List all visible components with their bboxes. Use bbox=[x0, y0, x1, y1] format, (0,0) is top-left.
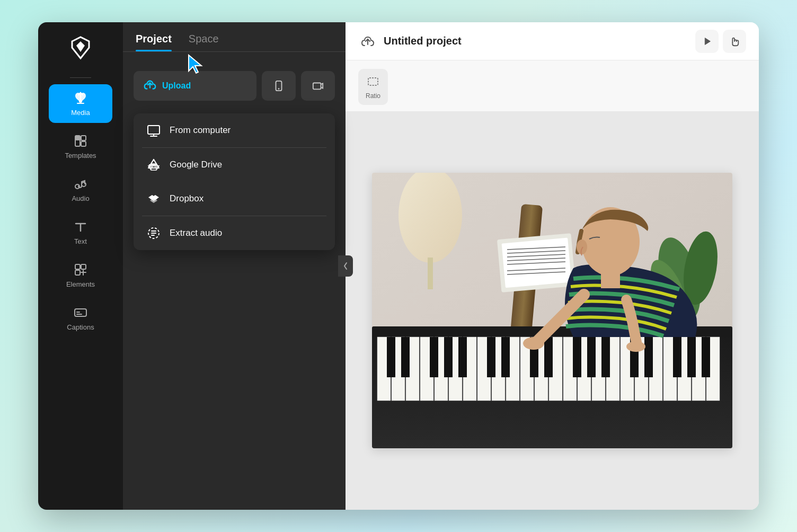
svg-rect-66 bbox=[501, 337, 510, 377]
svg-rect-14 bbox=[148, 126, 160, 134]
svg-point-12 bbox=[278, 88, 280, 90]
svg-rect-20 bbox=[428, 258, 433, 289]
svg-point-77 bbox=[523, 337, 544, 350]
app-container: Media Templates Audio bbox=[38, 22, 759, 510]
camera-import-button[interactable] bbox=[301, 71, 335, 101]
svg-rect-9 bbox=[75, 270, 80, 275]
upload-button[interactable]: Upload bbox=[134, 71, 256, 101]
mobile-import-button[interactable] bbox=[262, 71, 296, 101]
svg-rect-69 bbox=[573, 337, 581, 377]
sidebar-item-media-label: Media bbox=[71, 109, 90, 117]
sidebar-item-media[interactable]: Media bbox=[49, 84, 112, 123]
play-button[interactable] bbox=[695, 30, 719, 53]
svg-rect-74 bbox=[673, 337, 681, 377]
svg-rect-64 bbox=[458, 337, 467, 377]
sidebar-item-captions[interactable]: Captions bbox=[49, 299, 112, 338]
panel-divider bbox=[123, 51, 346, 52]
main-header: Untitled project bbox=[346, 22, 759, 60]
save-to-cloud-icon[interactable] bbox=[358, 32, 377, 51]
tab-space[interactable]: Space bbox=[189, 33, 219, 51]
dropdown-from-computer[interactable]: From computer bbox=[134, 113, 335, 147]
dropdown-menu: From computer bbox=[134, 113, 335, 250]
ratio-button[interactable]: Ratio bbox=[358, 69, 388, 105]
sidebar-divider bbox=[70, 77, 91, 78]
panel-tabs: Project Space bbox=[123, 22, 346, 51]
svg-rect-61 bbox=[401, 337, 410, 377]
svg-rect-13 bbox=[313, 83, 321, 90]
header-actions bbox=[695, 30, 746, 53]
upload-row: Upload bbox=[134, 71, 335, 101]
app-logo[interactable] bbox=[68, 35, 93, 63]
upload-label: Upload bbox=[162, 81, 191, 91]
svg-rect-76 bbox=[702, 337, 710, 377]
svg-point-78 bbox=[626, 341, 645, 352]
svg-rect-68 bbox=[544, 337, 553, 377]
toolbar-area: Ratio bbox=[346, 60, 759, 111]
sidebar-item-audio[interactable]: Audio bbox=[49, 170, 112, 209]
from-computer-label: From computer bbox=[170, 125, 231, 136]
sidebar-item-templates[interactable]: Templates bbox=[49, 127, 112, 166]
sidebar-item-elements[interactable]: Elements bbox=[49, 256, 112, 295]
svg-rect-8 bbox=[81, 264, 86, 269]
svg-rect-3 bbox=[81, 136, 86, 140]
svg-rect-73 bbox=[644, 337, 653, 377]
svg-rect-75 bbox=[687, 337, 696, 377]
ratio-label: Ratio bbox=[366, 92, 380, 100]
sidebar-item-text-label: Text bbox=[74, 237, 87, 245]
svg-rect-7 bbox=[75, 264, 80, 269]
panel: Project Space Upload bbox=[123, 22, 346, 510]
dropdown-google-drive[interactable]: Google Drive bbox=[134, 148, 335, 182]
hand-tool-button[interactable] bbox=[723, 30, 746, 53]
panel-content: Upload bbox=[123, 63, 346, 259]
svg-point-0 bbox=[79, 100, 82, 103]
svg-rect-4 bbox=[81, 141, 86, 146]
svg-rect-10 bbox=[75, 309, 86, 316]
dropdown-extract-audio[interactable]: Extract audio bbox=[134, 216, 335, 250]
svg-point-80 bbox=[577, 240, 587, 254]
svg-rect-63 bbox=[444, 337, 453, 377]
dropdown-dropbox[interactable]: Dropbox bbox=[134, 182, 335, 216]
google-drive-label: Google Drive bbox=[170, 159, 222, 170]
tab-project[interactable]: Project bbox=[136, 33, 172, 51]
svg-rect-60 bbox=[387, 337, 395, 377]
project-title[interactable]: Untitled project bbox=[384, 35, 689, 47]
sidebar-item-audio-label: Audio bbox=[72, 194, 89, 202]
canvas-image bbox=[372, 173, 732, 448]
dropbox-label: Dropbox bbox=[170, 193, 203, 204]
main-area: Untitled project bbox=[346, 22, 759, 510]
sidebar: Media Templates Audio bbox=[38, 22, 123, 510]
sidebar-item-elements-label: Elements bbox=[66, 280, 95, 288]
panel-collapse-handle[interactable] bbox=[338, 255, 353, 277]
sidebar-item-templates-label: Templates bbox=[65, 152, 96, 159]
svg-rect-2 bbox=[75, 136, 80, 140]
svg-rect-65 bbox=[487, 337, 495, 377]
svg-rect-71 bbox=[601, 337, 610, 377]
sidebar-item-text[interactable]: Text bbox=[49, 213, 112, 252]
svg-rect-62 bbox=[430, 337, 438, 377]
extract-audio-label: Extract audio bbox=[170, 228, 222, 238]
svg-point-6 bbox=[82, 182, 86, 187]
canvas-area bbox=[346, 111, 759, 510]
svg-rect-81 bbox=[601, 272, 620, 288]
sidebar-item-captions-label: Captions bbox=[67, 323, 94, 331]
svg-rect-70 bbox=[587, 337, 596, 377]
svg-rect-16 bbox=[368, 78, 378, 85]
